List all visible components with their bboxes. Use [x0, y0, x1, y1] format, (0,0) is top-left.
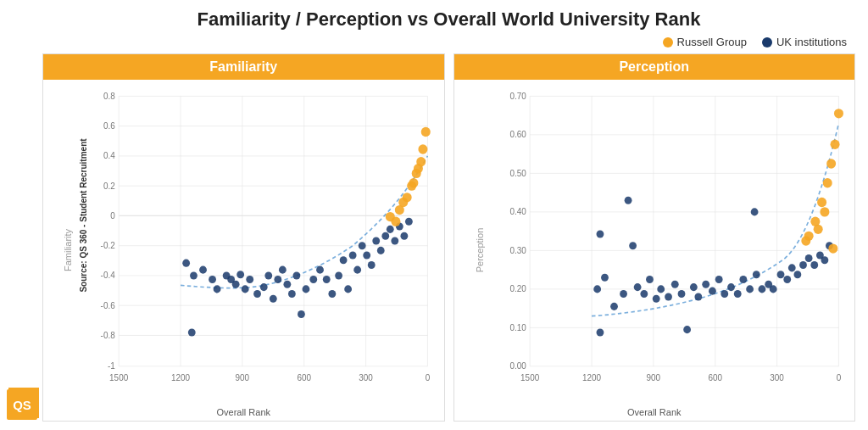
- svg-point-123: [652, 295, 659, 303]
- svg-point-155: [624, 197, 632, 204]
- svg-point-54: [309, 276, 317, 283]
- svg-point-131: [702, 281, 709, 288]
- familiarity-y-label: Familiarity: [63, 229, 73, 271]
- svg-point-140: [758, 285, 765, 293]
- svg-point-32: [182, 260, 190, 267]
- legend-item-russell: Russell Group: [663, 36, 747, 48]
- svg-point-73: [405, 218, 413, 226]
- svg-point-59: [340, 256, 348, 264]
- svg-point-116: [601, 274, 609, 282]
- svg-text:1500: 1500: [520, 373, 539, 383]
- svg-point-143: [776, 271, 784, 278]
- svg-text:-0.6: -0.6: [101, 300, 115, 310]
- svg-point-40: [236, 271, 244, 278]
- svg-point-134: [721, 290, 728, 298]
- svg-text:-1: -1: [108, 361, 115, 371]
- svg-point-85: [421, 127, 431, 137]
- svg-point-36: [214, 285, 221, 293]
- svg-point-80: [409, 178, 418, 187]
- qs-logo-box: QS: [7, 389, 37, 420]
- legend-item-uk: UK institutions: [762, 36, 847, 48]
- svg-text:0.70: 0.70: [509, 92, 526, 101]
- svg-point-48: [279, 266, 287, 274]
- svg-point-86: [418, 144, 427, 154]
- svg-text:0.2: 0.2: [103, 181, 115, 190]
- svg-text:0.30: 0.30: [509, 246, 526, 255]
- svg-point-35: [209, 276, 216, 283]
- svg-point-119: [629, 242, 637, 249]
- svg-point-160: [822, 178, 832, 187]
- charts-row: Familiarity Familiarity: [42, 53, 855, 422]
- svg-point-70: [391, 237, 398, 244]
- svg-point-137: [739, 276, 747, 283]
- familiarity-x-label: Overall Rank: [216, 407, 270, 417]
- svg-point-117: [610, 303, 618, 310]
- svg-point-81: [398, 198, 408, 207]
- perception-x-label: Overall Rank: [627, 407, 682, 417]
- svg-point-139: [752, 271, 760, 278]
- svg-point-127: [677, 290, 685, 298]
- svg-point-153: [596, 329, 604, 337]
- legend-label-uk: UK institutions: [776, 36, 847, 48]
- svg-point-128: [683, 326, 691, 333]
- svg-text:0.4: 0.4: [103, 151, 115, 160]
- perception-body: Perception: [454, 80, 855, 421]
- svg-text:0: 0: [110, 211, 115, 221]
- svg-point-148: [804, 254, 812, 262]
- svg-point-135: [727, 283, 735, 291]
- svg-text:900: 900: [236, 373, 250, 383]
- svg-point-45: [264, 271, 272, 279]
- familiarity-body: Familiarity: [43, 80, 444, 421]
- svg-point-167: [828, 243, 837, 253]
- svg-text:900: 900: [646, 373, 660, 383]
- svg-point-39: [232, 281, 240, 288]
- svg-point-57: [328, 290, 336, 298]
- svg-point-63: [359, 242, 366, 249]
- svg-point-67: [377, 247, 385, 254]
- svg-point-165: [820, 207, 829, 216]
- svg-point-46: [270, 295, 277, 303]
- svg-point-122: [646, 276, 654, 283]
- svg-text:0: 0: [836, 373, 841, 383]
- svg-text:1200: 1200: [581, 373, 600, 383]
- legend-dot-uk: [762, 37, 772, 47]
- svg-point-62: [353, 266, 361, 274]
- perception-header: Perception: [454, 54, 855, 80]
- svg-text:1200: 1200: [171, 373, 190, 383]
- svg-point-149: [810, 261, 818, 269]
- svg-point-66: [372, 237, 380, 244]
- familiarity-header: Familiarity: [43, 54, 444, 80]
- svg-text:0.60: 0.60: [509, 130, 526, 139]
- perception-y-label: Perception: [475, 228, 485, 273]
- svg-text:-0.2: -0.2: [101, 241, 115, 250]
- svg-point-58: [335, 271, 342, 279]
- page-title: Familiarity / Perception vs Overall Worl…: [42, 8, 855, 31]
- svg-point-56: [323, 276, 331, 283]
- svg-point-55: [316, 266, 324, 274]
- svg-text:0.6: 0.6: [103, 121, 115, 131]
- svg-point-136: [733, 290, 741, 298]
- svg-point-121: [640, 290, 648, 298]
- svg-text:0: 0: [426, 373, 431, 383]
- svg-point-118: [620, 290, 627, 298]
- svg-point-130: [694, 293, 702, 300]
- svg-point-74: [188, 329, 196, 337]
- svg-text:0.20: 0.20: [509, 284, 526, 293]
- svg-point-125: [665, 293, 672, 300]
- svg-point-84: [414, 164, 423, 173]
- svg-point-129: [689, 283, 697, 291]
- svg-text:1500: 1500: [109, 373, 128, 383]
- svg-point-166: [801, 236, 810, 245]
- svg-text:600: 600: [297, 373, 311, 383]
- svg-point-50: [288, 290, 296, 298]
- svg-point-159: [817, 198, 826, 207]
- svg-point-52: [298, 310, 305, 318]
- svg-text:-0.4: -0.4: [101, 271, 115, 280]
- svg-point-120: [633, 283, 641, 291]
- perception-chart-svg: 0.70 0.60 0.50 0.40 0.30 0.20 0.10 0.00 …: [492, 87, 849, 395]
- svg-point-146: [793, 271, 801, 278]
- svg-point-61: [349, 252, 357, 260]
- svg-text:0.40: 0.40: [509, 207, 526, 216]
- svg-point-83: [386, 212, 395, 221]
- svg-text:600: 600: [708, 373, 722, 383]
